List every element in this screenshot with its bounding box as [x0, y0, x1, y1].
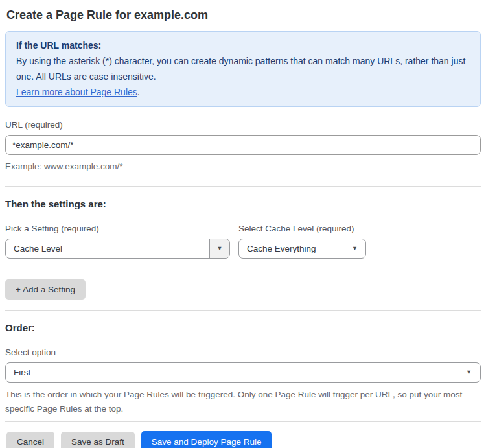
divider-before-actions	[5, 421, 481, 422]
info-box-heading: If the URL matches:	[16, 38, 470, 53]
url-field-label: URL (required)	[5, 120, 481, 130]
order-select-value: First	[6, 368, 466, 377]
save-and-deploy-button[interactable]: Save and Deploy Page Rule	[141, 431, 272, 448]
page-title: Create a Page Rule for example.com	[6, 8, 481, 22]
url-example-helper: Example: www.example.com/*	[5, 159, 481, 173]
pick-setting-select[interactable]: Cache Level ▼	[5, 239, 230, 259]
chevron-down-icon: ▼	[352, 246, 358, 252]
save-as-draft-button[interactable]: Save as Draft	[61, 432, 135, 448]
cache-level-value: Cache Everything	[239, 244, 352, 253]
order-select[interactable]: First ▼	[5, 362, 481, 383]
cache-level-select[interactable]: Cache Everything ▼	[238, 239, 366, 259]
url-input[interactable]	[5, 135, 481, 155]
pick-setting-value: Cache Level	[6, 244, 209, 253]
order-helper-text: This is the order in which your Page Rul…	[5, 388, 472, 416]
info-box-body: By using the asterisk (*) character, you…	[16, 53, 470, 84]
order-select-label: Select option	[5, 348, 481, 357]
chevron-down-icon: ▼	[466, 370, 472, 375]
settings-heading: Then the settings are:	[5, 198, 481, 209]
pick-setting-label: Pick a Setting (required)	[5, 224, 230, 233]
pick-setting-arrow-box: ▼	[209, 239, 229, 258]
form-actions: Cancel Save as Draft Save and Deploy Pag…	[6, 431, 481, 448]
divider-after-settings	[5, 310, 481, 311]
cache-level-column: Select Cache Level (required) Cache Ever…	[238, 212, 366, 259]
settings-selects-row: Pick a Setting (required) Cache Level ▼ …	[5, 212, 481, 259]
chevron-down-icon: ▼	[217, 246, 223, 252]
page-rule-form: Create a Page Rule for example.com If th…	[0, 0, 486, 448]
url-match-info-box: If the URL matches: By using the asteris…	[5, 31, 481, 107]
pick-setting-column: Pick a Setting (required) Cache Level ▼	[5, 212, 230, 259]
cache-level-label: Select Cache Level (required)	[238, 224, 366, 233]
order-heading: Order:	[5, 322, 481, 333]
link-suffix: .	[137, 87, 140, 97]
divider-after-url	[5, 186, 481, 187]
add-setting-button[interactable]: + Add a Setting	[5, 279, 86, 300]
info-box-link-line: Learn more about Page Rules.	[16, 84, 470, 100]
cancel-button[interactable]: Cancel	[6, 432, 54, 448]
learn-more-link[interactable]: Learn more about Page Rules	[16, 87, 137, 97]
